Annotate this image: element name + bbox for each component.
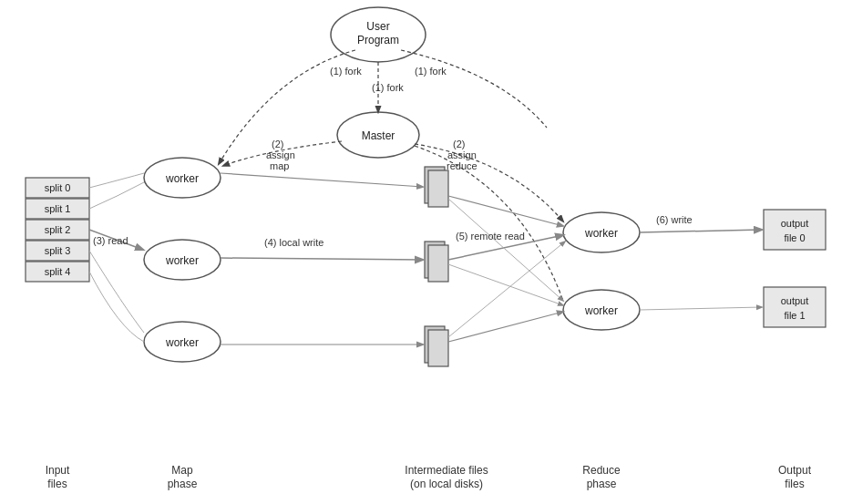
output-file-1-box <box>764 287 826 327</box>
fork1-label: (1) fork <box>330 66 362 77</box>
intermediate-files-label: Intermediate files <box>405 464 488 477</box>
worker-reduce-bot-label: worker <box>584 304 618 317</box>
split-3-label: split 3 <box>45 245 71 256</box>
worker-reduce-top-label: worker <box>584 227 618 240</box>
svg-text:file 0: file 0 <box>784 232 805 243</box>
read-label: (3) read <box>93 235 128 246</box>
output-file-1-label: output <box>781 295 809 306</box>
worker-map-mid-label: worker <box>165 254 199 267</box>
master-label: Master <box>362 129 395 142</box>
svg-text:Program: Program <box>357 34 399 46</box>
svg-text:files: files <box>785 478 804 490</box>
local-write-label: (4) local write <box>264 237 323 248</box>
svg-text:phase: phase <box>168 478 198 490</box>
remote-read-label: (5) remote read <box>456 231 525 242</box>
intermediate-mid-box2 <box>428 245 448 282</box>
fork2-label: (1) fork <box>372 82 404 93</box>
intermediate-bot-box2 <box>428 330 448 366</box>
reduce-phase-label: Reduce <box>582 464 621 477</box>
svg-text:assign: assign <box>266 149 295 160</box>
output-file-0-label: output <box>781 218 809 229</box>
svg-text:assign: assign <box>447 149 477 160</box>
split-2-label: split 2 <box>45 224 71 235</box>
output-files-label: Output <box>778 464 812 477</box>
intermediate-top-box2 <box>428 170 448 207</box>
input-files-label: Input <box>46 464 70 477</box>
svg-text:(on local disks): (on local disks) <box>410 478 483 490</box>
worker-map-top-label: worker <box>165 172 199 185</box>
svg-text:files: files <box>47 478 67 490</box>
svg-text:phase: phase <box>587 478 617 490</box>
assign-reduce-label: (2) <box>453 139 465 149</box>
worker-map-bot-label: worker <box>165 336 199 349</box>
split-1-label: split 1 <box>45 203 71 214</box>
write-label: (6) write <box>656 214 693 225</box>
output-file-0-box <box>764 210 826 250</box>
svg-text:reduce: reduce <box>447 160 477 171</box>
svg-text:file 1: file 1 <box>784 310 805 321</box>
svg-text:map: map <box>270 160 289 171</box>
split-4-label: split 4 <box>45 266 71 277</box>
user-program-label: User <box>366 20 389 33</box>
fork3-label: (1) fork <box>415 66 447 77</box>
assign-map-label: (2) <box>272 139 283 149</box>
map-phase-label: Map <box>171 464 193 477</box>
split-0-label: split 0 <box>45 182 71 193</box>
